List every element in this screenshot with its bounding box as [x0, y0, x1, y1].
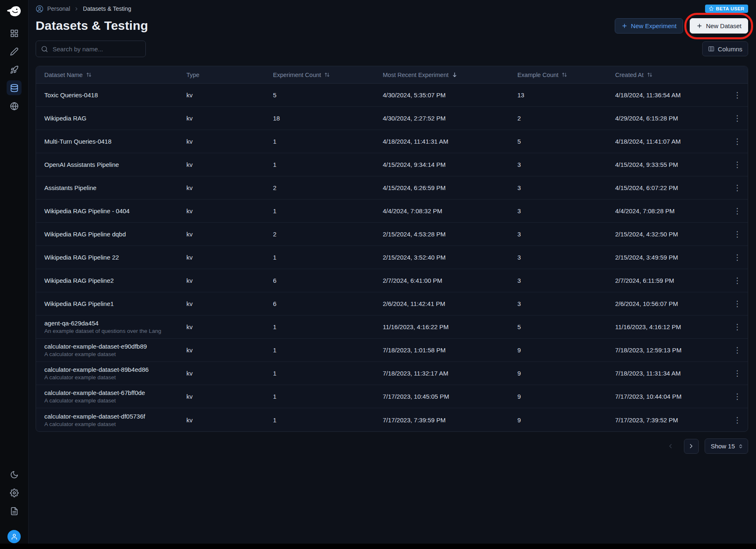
column-label: Dataset Name — [44, 72, 83, 78]
sidebar-item-deployments[interactable] — [7, 62, 22, 77]
cell-type: kv — [186, 115, 273, 122]
table-row[interactable]: calculator-example-dataset-89b4ed86 A ca… — [36, 362, 748, 385]
dataset-name[interactable]: calculator-example-dataset-df05736f — [44, 413, 186, 420]
table-row[interactable]: OpenAI Assistants Pipeline kv 1 4/15/202… — [36, 153, 748, 176]
cell-dataset-name: Wikipedia RAG Pipeline2 — [36, 277, 186, 284]
cell-actions: ⋮ — [727, 90, 748, 100]
row-menu-button[interactable]: ⋮ — [730, 368, 745, 378]
next-page-button[interactable] — [684, 439, 699, 454]
table-row[interactable]: Wikipedia RAG Pipeline1 kv 6 2/6/2024, 1… — [36, 292, 748, 315]
table-row[interactable]: Wikipedia RAG Pipeline dqbd kv 2 2/15/20… — [36, 223, 748, 246]
docs-button[interactable] — [7, 503, 22, 518]
column-header-example-count[interactable]: Example Count — [517, 72, 615, 78]
settings-button[interactable] — [7, 485, 22, 500]
column-header-type[interactable]: Type — [186, 72, 273, 78]
dataset-name[interactable]: calculator-example-dataset-e90dfb89 — [44, 343, 186, 350]
cell-type: kv — [186, 231, 273, 238]
cell-most-recent-experiment: 7/18/2023, 11:32:17 AM — [383, 370, 517, 377]
breadcrumb-page[interactable]: Datasets & Testing — [83, 5, 131, 12]
table-row[interactable]: calculator-example-dataset-df05736f A ca… — [36, 408, 748, 431]
table-row[interactable]: calculator-example-dataset-67bff0de A ca… — [36, 385, 748, 408]
cell-created-at: 7/18/2023, 11:31:34 AM — [615, 370, 727, 377]
cell-actions: ⋮ — [727, 113, 748, 123]
cell-actions: ⋮ — [727, 392, 748, 401]
dataset-name[interactable]: Wikipedia RAG Pipeline - 0404 — [44, 207, 186, 214]
row-menu-button[interactable]: ⋮ — [730, 415, 745, 425]
columns-button[interactable]: Columns — [702, 41, 748, 56]
dataset-name[interactable]: Assistants Pipeline — [44, 184, 186, 191]
row-menu-button[interactable]: ⋮ — [730, 137, 745, 146]
cell-type: kv — [186, 300, 273, 307]
column-header-experiment-count[interactable]: Experiment Count — [273, 72, 383, 78]
row-menu-button[interactable]: ⋮ — [730, 206, 745, 216]
row-menu-button[interactable]: ⋮ — [730, 345, 745, 355]
table-row[interactable]: Wikipedia RAG Pipeline - 0404 kv 1 4/4/2… — [36, 200, 748, 223]
table-row[interactable]: Multi-Turn Queries-0418 kv 1 4/18/2024, … — [36, 130, 748, 153]
plus-icon — [621, 23, 628, 29]
cell-example-count: 3 — [517, 207, 615, 214]
sidebar-item-datasets[interactable] — [7, 80, 22, 95]
cell-example-count: 3 — [517, 184, 615, 191]
theme-toggle-button[interactable] — [7, 467, 22, 482]
row-menu-button[interactable]: ⋮ — [730, 253, 745, 262]
dataset-name[interactable]: Wikipedia RAG Pipeline 22 — [44, 254, 186, 261]
dataset-name[interactable]: Wikipedia RAG Pipeline2 — [44, 277, 186, 284]
dataset-name[interactable]: Wikipedia RAG Pipeline dqbd — [44, 231, 186, 238]
table-row[interactable]: agent-qa-629da454 An example dataset of … — [36, 315, 748, 339]
column-header-created-at[interactable]: Created At — [615, 72, 727, 78]
dataset-description: A calculator example dataset — [44, 421, 181, 427]
cell-experiment-count: 1 — [273, 347, 383, 354]
table-row[interactable]: Wikipedia RAG Pipeline 22 kv 1 2/15/2024… — [36, 246, 748, 269]
cell-actions: ⋮ — [727, 183, 748, 193]
table-row[interactable]: calculator-example-dataset-e90dfb89 A ca… — [36, 339, 748, 362]
row-menu-button[interactable]: ⋮ — [730, 322, 745, 332]
column-header-most-recent-experiment[interactable]: Most Recent Experiment — [383, 72, 517, 78]
moon-icon — [10, 470, 19, 479]
table-row[interactable]: Toxic Queries-0418 kv 5 4/30/2024, 5:35:… — [36, 84, 748, 107]
breadcrumb-org[interactable]: Personal — [47, 5, 70, 12]
sidebar — [0, 0, 29, 549]
toolbar: Columns — [36, 41, 748, 57]
row-menu-button[interactable]: ⋮ — [730, 183, 745, 193]
table-row[interactable]: Assistants Pipeline kv 2 4/15/2024, 6:26… — [36, 176, 748, 200]
row-menu-button[interactable]: ⋮ — [730, 113, 745, 123]
dataset-name[interactable]: Multi-Turn Queries-0418 — [44, 138, 186, 145]
cell-experiment-count: 1 — [273, 393, 383, 400]
table-row[interactable]: Wikipedia RAG Pipeline2 kv 6 2/7/2024, 6… — [36, 269, 748, 292]
search-input[interactable] — [52, 45, 140, 53]
dataset-name[interactable]: OpenAI Assistants Pipeline — [44, 161, 186, 168]
cell-type: kv — [186, 207, 273, 214]
page-title: Datasets & Testing — [36, 19, 148, 33]
page-size-select[interactable]: Show 15 — [705, 438, 748, 454]
sidebar-item-hub[interactable] — [7, 99, 22, 113]
dataset-description: A calculator example dataset — [44, 351, 181, 357]
row-menu-button[interactable]: ⋮ — [730, 299, 745, 308]
dataset-name[interactable]: calculator-example-dataset-67bff0de — [44, 389, 186, 396]
cell-dataset-name: Wikipedia RAG Pipeline 22 — [36, 254, 186, 261]
sidebar-item-annotations[interactable] — [7, 44, 22, 59]
dataset-name[interactable]: Wikipedia RAG — [44, 115, 186, 122]
cell-most-recent-experiment: 7/17/2023, 7:39:59 PM — [383, 417, 517, 424]
row-menu-button[interactable]: ⋮ — [730, 392, 745, 401]
chevron-right-icon — [688, 443, 695, 450]
dataset-name[interactable]: calculator-example-dataset-89b4ed86 — [44, 366, 186, 373]
row-menu-button[interactable]: ⋮ — [730, 229, 745, 239]
previous-page-button[interactable] — [663, 439, 678, 454]
row-menu-button[interactable]: ⋮ — [730, 160, 745, 169]
user-avatar[interactable] — [7, 530, 21, 543]
row-menu-button[interactable]: ⋮ — [730, 90, 745, 100]
cell-example-count: 9 — [517, 347, 615, 354]
dataset-name[interactable]: agent-qa-629da454 — [44, 320, 186, 327]
dataset-name[interactable]: Wikipedia RAG Pipeline1 — [44, 300, 186, 307]
new-dataset-button[interactable]: New Dataset — [690, 18, 748, 34]
row-menu-button[interactable]: ⋮ — [730, 276, 745, 285]
new-experiment-button[interactable]: New Experiment — [615, 18, 683, 34]
table-row[interactable]: Wikipedia RAG kv 18 4/30/2024, 2:27:52 P… — [36, 107, 748, 130]
langchain-logo[interactable] — [5, 5, 23, 17]
cell-example-count: 5 — [517, 323, 615, 330]
column-header-dataset-name[interactable]: Dataset Name — [36, 72, 186, 78]
sidebar-item-home[interactable] — [7, 26, 22, 41]
cell-experiment-count: 2 — [273, 184, 383, 191]
cell-most-recent-experiment: 4/15/2024, 6:26:59 PM — [383, 184, 517, 191]
dataset-name[interactable]: Toxic Queries-0418 — [44, 92, 186, 99]
